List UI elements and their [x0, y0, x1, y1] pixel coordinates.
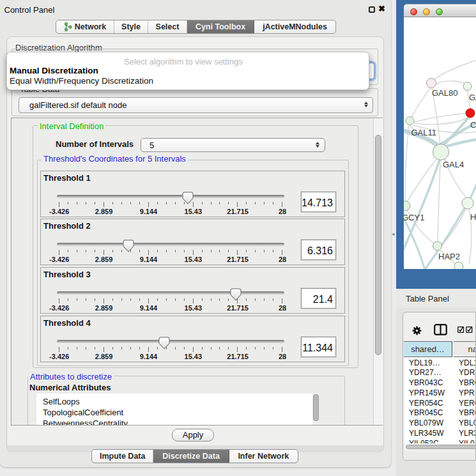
- svg-text:GAL7: GAL7: [469, 93, 476, 102]
- svg-text:GAL80: GAL80: [432, 88, 457, 98]
- svg-text:HAP1: HAP1: [470, 212, 476, 222]
- svg-text:HAP2: HAP2: [438, 252, 460, 261]
- svg-text:GAL4: GAL4: [443, 160, 464, 169]
- svg-text:GAL11: GAL11: [411, 128, 437, 137]
- svg-text:GCY1: GCY1: [404, 213, 424, 222]
- svg-text:CYC8: CYC8: [470, 120, 476, 130]
